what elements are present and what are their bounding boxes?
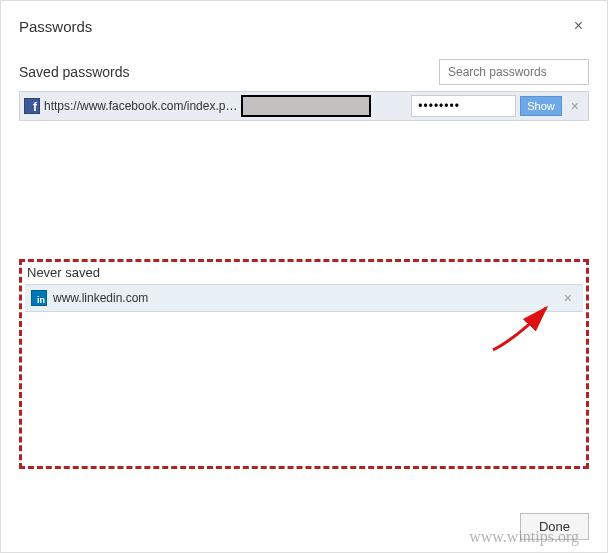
saved-row-url: https://www.facebook.com/index.p… (44, 99, 237, 113)
password-field: •••••••• (411, 95, 516, 117)
never-saved-label: Never saved (25, 265, 583, 280)
never-saved-row[interactable]: www.linkedin.com × (25, 284, 583, 312)
never-saved-section: Never saved www.linkedin.com × (19, 259, 589, 469)
search-input[interactable] (439, 59, 589, 85)
saved-password-row[interactable]: https://www.facebook.com/index.p… ••••••… (19, 91, 589, 121)
dialog-title: Passwords (19, 18, 92, 35)
facebook-icon (24, 98, 40, 114)
saved-passwords-label: Saved passwords (19, 64, 130, 80)
redacted-username (241, 95, 371, 117)
saved-passwords-list: https://www.facebook.com/index.p… ••••••… (19, 91, 589, 251)
remove-saved-icon[interactable]: × (566, 98, 584, 114)
remove-never-icon[interactable]: × (559, 290, 577, 306)
done-button[interactable]: Done (520, 513, 589, 540)
show-button[interactable]: Show (520, 96, 562, 116)
never-row-url: www.linkedin.com (53, 291, 553, 305)
linkedin-icon (31, 290, 47, 306)
close-icon[interactable]: × (568, 13, 589, 39)
